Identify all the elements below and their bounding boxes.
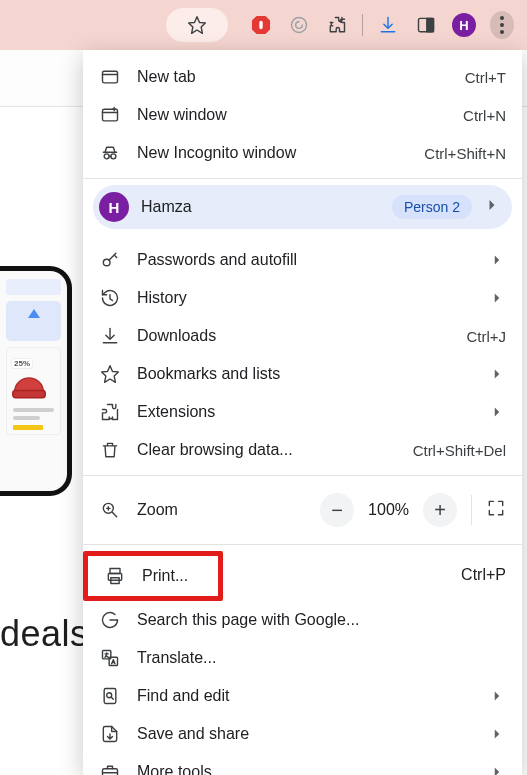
svg-point-9 [104,154,109,159]
svg-point-10 [111,154,116,159]
google-g-icon [97,610,123,630]
menu-passwords[interactable]: Passwords and autofill [83,241,522,279]
new-tab-icon [97,67,123,87]
zoom-out-button[interactable]: − [320,493,354,527]
svg-rect-14 [110,569,120,574]
menu-incognito[interactable]: New Incognito window Ctrl+Shift+N [83,134,522,172]
toolbox-icon [97,762,123,775]
menu-clear-data[interactable]: Clear browsing data... Ctrl+Shift+Del [83,431,522,469]
chrome-main-menu: New tab Ctrl+T New window Ctrl+N New Inc… [83,50,522,775]
chevron-right-icon [482,195,502,219]
menu-find[interactable]: Find and edit [83,677,522,715]
svg-marker-0 [189,17,206,34]
phone-mockup: 25% [0,266,72,496]
menu-new-tab[interactable]: New tab Ctrl+T [83,58,522,96]
chevron-right-icon [488,288,506,308]
menu-bookmarks[interactable]: Bookmarks and lists [83,355,522,393]
history-icon [97,288,123,308]
menu-search-page[interactable]: Search this page with Google... [83,601,522,639]
menu-zoom-row: Zoom − 100% + [83,482,522,538]
zoom-in-button[interactable]: + [423,493,457,527]
chevron-right-icon [488,250,506,270]
star-icon [97,364,123,384]
menu-profile-row[interactable]: H Hamza Person 2 [93,185,512,229]
chrome-menu-button[interactable] [490,13,514,37]
omnibox-end [166,8,228,42]
sale-percent: 25% [11,358,33,369]
svg-rect-8 [103,109,118,121]
chevron-right-icon [488,724,506,744]
fullscreen-button[interactable] [486,498,506,522]
browser-toolbar: H [0,0,527,50]
side-panel-icon[interactable] [414,13,438,37]
chevron-right-icon [488,402,506,422]
toolbar-divider [362,14,363,36]
menu-new-window[interactable]: New window Ctrl+N [83,96,522,134]
menu-separator [83,544,522,545]
zoom-icon [97,500,123,520]
profile-badge: Person 2 [392,195,472,219]
translate-icon [97,648,123,668]
grammarly-icon[interactable] [287,13,311,37]
new-window-icon [97,105,123,125]
puzzle-icon [97,402,123,422]
profile-avatar-icon: H [99,192,129,222]
adblock-icon[interactable] [249,13,273,37]
save-page-icon [97,724,123,744]
chevron-right-icon [488,686,506,706]
downloads-toolbar-icon[interactable] [376,13,400,37]
trash-icon [97,440,123,460]
zoom-divider [471,495,472,525]
menu-downloads[interactable]: Downloads Ctrl+J [83,317,522,355]
menu-separator [83,178,522,179]
svg-rect-6 [13,391,45,398]
menu-more-tools[interactable]: More tools [83,753,522,775]
menu-separator [83,475,522,476]
menu-translate[interactable]: Translate... [83,639,522,677]
print-icon [102,566,128,586]
chevron-right-icon [488,762,506,775]
find-in-page-icon [97,686,123,706]
svg-rect-21 [103,769,118,775]
svg-marker-12 [102,366,119,383]
bookmark-star-icon[interactable] [185,13,209,37]
svg-rect-19 [104,689,116,704]
menu-print[interactable]: Print... [88,556,218,596]
zoom-value: 100% [368,501,409,519]
page-content-behind: 25% deals [0,110,83,775]
extensions-puzzle-icon[interactable] [325,13,349,37]
incognito-icon [97,143,123,163]
svg-rect-7 [103,71,118,83]
beanie-icon [11,372,47,400]
menu-history[interactable]: History [83,279,522,317]
menu-extensions[interactable]: Extensions [83,393,522,431]
deals-heading: deals [0,613,89,655]
profile-avatar-toolbar[interactable]: H [452,13,476,37]
key-icon [97,250,123,270]
print-shortcut: Ctrl+P [461,566,506,584]
profile-name: Hamza [141,198,192,216]
svg-rect-5 [427,18,434,31]
download-icon [97,326,123,346]
menu-save-share[interactable]: Save and share [83,715,522,753]
print-highlight-box: Print... [83,551,223,601]
svg-point-3 [292,18,307,33]
chevron-right-icon [488,364,506,384]
svg-rect-2 [259,21,262,29]
